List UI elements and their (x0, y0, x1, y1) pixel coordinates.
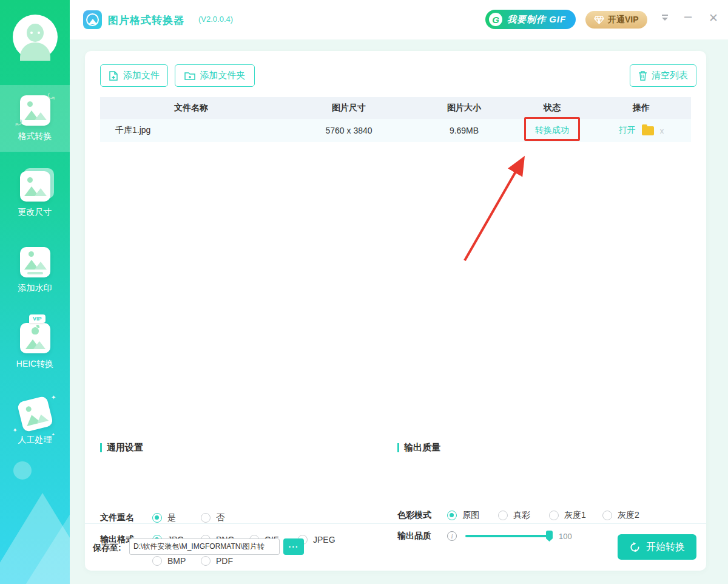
sidebar-item-label: 更改尺寸 (18, 207, 52, 218)
app-title: 图片格式转换器 (108, 13, 184, 27)
sidebar-item-watermark[interactable]: 添加水印 (0, 237, 70, 304)
add-folder-icon (184, 71, 196, 81)
cell-filesize: 9.69MB (416, 126, 513, 135)
sidebar-item-label: 添加水印 (18, 283, 52, 294)
sidebar: ⤾ ⤿ 格式转换 更改尺寸 (0, 0, 70, 584)
browse-button[interactable]: ··· (283, 538, 304, 555)
refresh-icon (629, 542, 641, 553)
remove-row-icon[interactable]: x (660, 126, 664, 135)
radio-rename-no[interactable]: 否 (201, 512, 249, 523)
star-icon: ✦ (13, 427, 18, 433)
tray-minimize-icon[interactable] (660, 13, 670, 22)
slider-thumb[interactable] (546, 531, 553, 542)
main-panel: 添加文件 添加文件夹 清空列表 文件名称 图片尺寸 图片大小 状态 操作 千库1… (85, 51, 706, 571)
table-row: 千库1.jpg 5760 x 3840 9.69MB 转换成功 打开 x (100, 119, 691, 142)
app-logo-icon (83, 10, 102, 29)
minimize-icon[interactable]: – (684, 8, 692, 24)
add-file-icon (109, 70, 119, 81)
radio-format-jpeg[interactable]: JPEG (298, 535, 346, 545)
heic-icon (20, 323, 50, 353)
star-icon: ✦ (51, 394, 56, 401)
col-actions: 操作 (592, 103, 691, 114)
add-file-button[interactable]: 添加文件 (100, 64, 168, 87)
star-icon: ✦ (52, 432, 55, 437)
watermark-icon (20, 247, 50, 277)
save-to-label: 保存至: (93, 543, 121, 554)
radio-color-truecolor[interactable]: 真彩 (498, 510, 549, 521)
radio-format-bmp[interactable]: BMP (152, 556, 201, 566)
save-path-input[interactable]: D:\软件安装包\M_IMGFORMATN\图片转 (129, 538, 280, 555)
col-filename: 文件名称 (100, 103, 282, 114)
avatar[interactable] (13, 15, 58, 59)
table-header: 文件名称 图片尺寸 图片大小 状态 操作 (100, 97, 691, 119)
close-icon[interactable]: ✕ (709, 11, 718, 25)
sidebar-item-format-convert[interactable]: ⤾ ⤿ 格式转换 (0, 85, 70, 152)
radio-color-gray2[interactable]: 灰度2 (602, 510, 639, 521)
folder-icon[interactable] (642, 126, 654, 135)
quality-label: 输出品质 (397, 531, 437, 542)
sidebar-item-resize[interactable]: 更改尺寸 (0, 161, 70, 228)
quality-slider[interactable] (465, 535, 550, 537)
sidebar-decoration-mountain (18, 505, 70, 584)
open-link[interactable]: 打开 (619, 125, 636, 136)
format-setting-row2: BMP PDF (100, 556, 249, 566)
avatar-head (27, 24, 44, 42)
info-icon[interactable]: i (447, 531, 457, 541)
make-gif-button[interactable]: G 我要制作 GIF (485, 10, 576, 29)
sidebar-item-manual[interactable]: ✦ ✦ ✦ 人工处理 (0, 389, 70, 455)
col-status: 状态 (513, 103, 592, 114)
radio-color-original[interactable]: 原图 (447, 510, 498, 521)
add-folder-button[interactable]: 添加文件夹 (175, 64, 255, 87)
cell-actions: 打开 x (592, 125, 691, 136)
sidebar-decoration-sun (13, 461, 32, 480)
trash-icon (638, 70, 647, 81)
color-mode-label: 色彩模式 (397, 510, 437, 521)
col-dimensions: 图片尺寸 (282, 103, 416, 114)
output-quality-title: 输出质量 (397, 442, 440, 453)
sidebar-nav: ⤾ ⤿ 格式转换 更改尺寸 (0, 85, 70, 464)
format-convert-icon: ⤾ ⤿ (20, 95, 50, 126)
footer-divider (85, 523, 706, 524)
avatar-body (20, 42, 50, 61)
start-convert-button[interactable]: 开始转换 (618, 534, 696, 560)
resize-icon (20, 171, 50, 202)
clear-list-button[interactable]: 清空列表 (630, 64, 696, 87)
general-settings-title: 通用设置 (100, 442, 143, 453)
cell-dimensions: 5760 x 3840 (282, 126, 416, 135)
title-bar: 图片格式转换器 (V2.0.0.4) G 我要制作 GIF 开通VIP – ✕ (70, 0, 728, 39)
rename-setting: 文件重名 是 否 (100, 512, 249, 523)
gif-logo-icon: G (489, 13, 502, 26)
quality-setting: 输出品质 i 100 (397, 531, 572, 542)
sidebar-item-label: HEIC转换 (16, 359, 53, 370)
status-badge: 转换成功 (513, 125, 592, 136)
app-window: ⤾ ⤿ 格式转换 更改尺寸 (0, 0, 728, 584)
manual-process-icon (16, 395, 53, 432)
quality-value: 100 (559, 532, 572, 541)
sidebar-item-heic[interactable]: VIP HEIC转换 (0, 313, 70, 379)
radio-color-gray1[interactable]: 灰度1 (549, 510, 602, 521)
radio-rename-yes[interactable]: 是 (152, 512, 201, 523)
color-mode-setting: 色彩模式 原图 真彩 灰度1 灰度2 (397, 510, 639, 521)
sidebar-item-label: 格式转换 (18, 131, 52, 142)
col-filesize: 图片大小 (416, 103, 513, 114)
app-version: (V2.0.0.4) (198, 15, 233, 24)
vip-badge: VIP (29, 314, 46, 323)
diamond-icon (594, 16, 604, 24)
radio-format-pdf[interactable]: PDF (201, 556, 249, 566)
sidebar-item-label: 人工处理 (18, 435, 52, 446)
cell-filename: 千库1.jpg (100, 125, 282, 136)
open-vip-button[interactable]: 开通VIP (585, 11, 647, 29)
rename-label: 文件重名 (100, 512, 140, 523)
